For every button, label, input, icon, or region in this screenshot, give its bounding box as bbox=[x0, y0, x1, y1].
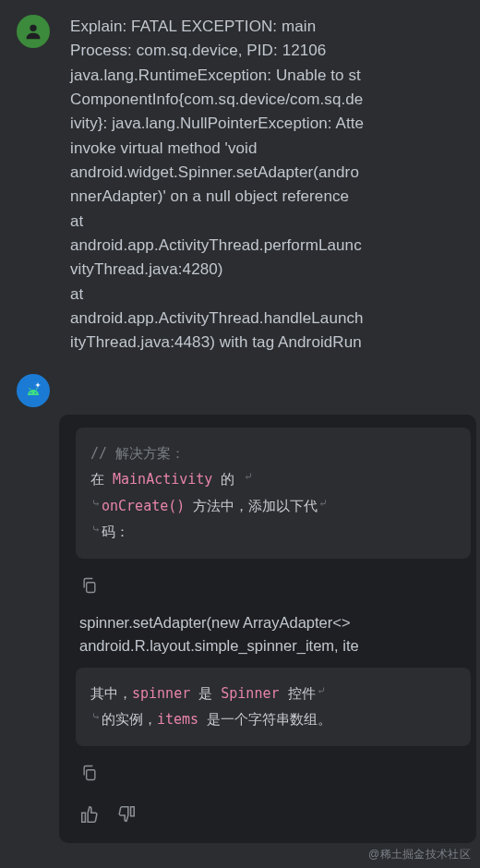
copy-row bbox=[76, 570, 471, 608]
code-line: ⤷的实例，items 是一个字符串数组。 bbox=[90, 706, 456, 733]
thumbs-up-icon bbox=[79, 804, 100, 825]
feedback-row bbox=[76, 795, 471, 828]
code-block-explanation: 其中，spinner 是 Spinner 控件⤶ ⤷的实例，items 是一个字… bbox=[76, 668, 471, 746]
thumbs-down-icon bbox=[116, 804, 137, 825]
copy-row bbox=[76, 757, 471, 795]
thumbs-up-button[interactable] bbox=[79, 804, 100, 825]
wrap-icon: ⤷ bbox=[91, 519, 101, 540]
copy-button[interactable] bbox=[79, 575, 100, 596]
code-line: 其中，spinner 是 Spinner 控件⤶ bbox=[90, 681, 456, 707]
bot-avatar bbox=[17, 374, 50, 407]
user-message: Explain: FATAL EXCEPTION: main Process: … bbox=[6, 15, 480, 356]
android-sparkle-icon bbox=[22, 380, 44, 402]
code-line: ⤷码： bbox=[90, 519, 456, 546]
thumbs-down-button[interactable] bbox=[116, 804, 137, 825]
svg-line-4 bbox=[36, 388, 38, 390]
svg-point-2 bbox=[35, 392, 37, 394]
copy-icon bbox=[80, 764, 99, 782]
svg-line-3 bbox=[30, 388, 31, 390]
code-line: ⤷onCreate() 方法中，添加以下代⤶ bbox=[90, 493, 456, 520]
svg-rect-5 bbox=[87, 582, 95, 592]
code-block-solution: // 解决方案： 在 MainActivity 的 ⤶ ⤷onCreate() … bbox=[76, 428, 471, 559]
wrap-icon: ⤶ bbox=[318, 493, 328, 514]
wrap-icon: ⤶ bbox=[244, 466, 253, 488]
svg-point-1 bbox=[30, 392, 32, 394]
copy-icon bbox=[80, 576, 99, 595]
user-message-text: Explain: FATAL EXCEPTION: main Process: … bbox=[70, 15, 469, 356]
wrap-icon: ⤶ bbox=[317, 681, 326, 702]
wrap-icon: ⤷ bbox=[91, 493, 101, 514]
user-message-body: Explain: FATAL EXCEPTION: main Process: … bbox=[70, 15, 469, 356]
watermark: @稀土掘金技术社区 bbox=[368, 847, 471, 862]
bot-response-panel: // 解决方案： 在 MainActivity 的 ⤶ ⤷onCreate() … bbox=[59, 415, 476, 843]
chat-container: Explain: FATAL EXCEPTION: main Process: … bbox=[0, 0, 480, 843]
user-avatar bbox=[17, 15, 50, 48]
svg-point-0 bbox=[30, 25, 36, 31]
person-icon bbox=[23, 21, 43, 42]
copy-button[interactable] bbox=[79, 763, 100, 783]
wrap-icon: ⤷ bbox=[91, 706, 101, 728]
response-text: spinner.setAdapter(new ArrayAdapter<> an… bbox=[76, 608, 471, 668]
code-comment: // 解决方案： bbox=[90, 440, 456, 467]
bot-message bbox=[6, 374, 480, 407]
svg-rect-6 bbox=[87, 770, 95, 780]
code-line: 在 MainActivity 的 ⤶ bbox=[90, 466, 456, 493]
